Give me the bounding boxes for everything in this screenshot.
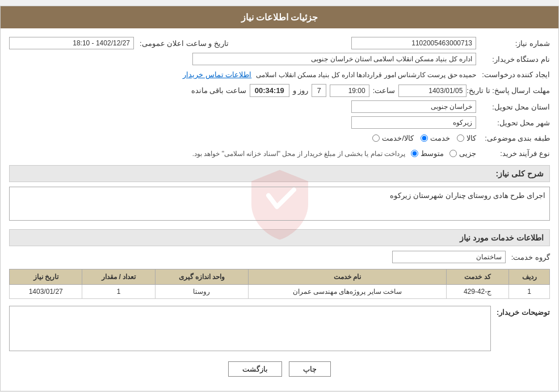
deadline-days-value: 7 bbox=[312, 84, 326, 97]
services-section-title: اطلاعات خدمات مورد نیاز bbox=[9, 229, 550, 246]
description-textarea[interactable] bbox=[9, 187, 550, 221]
col-quantity: تعداد / مقدار bbox=[82, 269, 155, 285]
cell-service-code: ج-42-429 bbox=[446, 285, 509, 299]
category-label: طبقه بندی موضوعی: bbox=[476, 132, 550, 144]
table-row: 1 ج-42-429 ساخت سایر پروژه‌های مهندسی عم… bbox=[10, 285, 550, 299]
remaining-time: 00:34:19 bbox=[250, 84, 289, 97]
print-button[interactable]: چاپ bbox=[289, 361, 331, 377]
col-unit: واحد اندازه گیری bbox=[155, 269, 248, 285]
cell-date: 1403/01/27 bbox=[10, 285, 82, 299]
services-table: ردیف کد خدمت نام خدمت واحد اندازه گیری ت… bbox=[9, 269, 550, 299]
category-khedmat-option[interactable]: خدمت bbox=[421, 134, 450, 142]
deadline-label: مهلت ارسال پاسخ: تا تاریخ: bbox=[466, 85, 550, 96]
description-section-title: شرح کلی نیاز: bbox=[9, 165, 550, 182]
need-number-value: 1102005463000713 bbox=[351, 37, 476, 49]
col-service-code: کد خدمت bbox=[446, 269, 509, 285]
category-kala-khedmat-option[interactable]: کالا/خدمت bbox=[372, 134, 414, 142]
remaining-label: ساعت باقی مانده bbox=[191, 86, 246, 95]
purchase-type-label: نوع فرآیند خرید: bbox=[476, 147, 550, 159]
province-value: خراسان جنوبی bbox=[351, 100, 476, 113]
contact-link[interactable]: اطلاعات تماس خریدار bbox=[183, 70, 251, 79]
back-button[interactable]: بازگشت bbox=[228, 361, 282, 377]
col-row-num: ردیف bbox=[509, 269, 550, 285]
deadline-time-label: ساعت: bbox=[373, 86, 396, 95]
buyer-org-label: نام دستگاه خریدار: bbox=[476, 53, 550, 65]
creator-label: ایجاد کننده درخواست: bbox=[476, 69, 550, 81]
purchase-type-motawaset[interactable]: متوسط bbox=[411, 149, 444, 158]
category-kala-option[interactable]: کالا bbox=[457, 134, 476, 142]
cell-unit: روستا bbox=[155, 285, 248, 299]
deadline-time: 19:00 bbox=[330, 85, 369, 97]
need-number-label: شماره نیاز: bbox=[476, 37, 550, 49]
buyer-org-value: اداره کل بنیاد مسکن انقلاب اسلامی استان … bbox=[192, 53, 476, 65]
deadline-days-label: روز و bbox=[293, 86, 309, 95]
deadline-date: 1403/01/05 bbox=[398, 85, 466, 97]
purchase-type-note: پرداخت تمام یا بخشی از مبلغ خریدار از مح… bbox=[192, 150, 405, 158]
province-label: استان محل تحویل: bbox=[476, 101, 550, 113]
announce-date-label: تاریخ و ساعت اعلان عمومی: bbox=[140, 39, 229, 48]
buyer-notes-label: توضیحات خریدار: bbox=[497, 308, 550, 317]
creator-value: حمیده حق پرست کارشناس امور قراردادها ادا… bbox=[256, 71, 476, 79]
purchase-type-jozoi[interactable]: جزیی bbox=[449, 149, 476, 158]
buyer-notes-textarea[interactable] bbox=[9, 306, 491, 351]
service-group-label: گروه خدمت: bbox=[511, 253, 550, 262]
cell-quantity: 1 bbox=[82, 285, 155, 299]
col-date: تاریخ نیاز bbox=[10, 269, 82, 285]
announce-date-value: 1402/12/27 - 18:10 bbox=[9, 37, 134, 49]
service-group-value: ساختمان bbox=[392, 251, 506, 263]
page-title: جزئیات اطلاعات نیاز bbox=[241, 12, 318, 22]
col-service-name: نام خدمت bbox=[249, 269, 447, 285]
button-row: بازگشت چاپ bbox=[9, 361, 550, 377]
cell-service-name: ساخت سایر پروژه‌های مهندسی عمران bbox=[249, 285, 447, 299]
cell-row-num: 1 bbox=[509, 285, 550, 299]
page-header: جزئیات اطلاعات نیاز bbox=[1, 6, 558, 28]
city-value: زیرکوه bbox=[351, 116, 476, 129]
city-label: شهر محل تحویل: bbox=[476, 117, 550, 129]
